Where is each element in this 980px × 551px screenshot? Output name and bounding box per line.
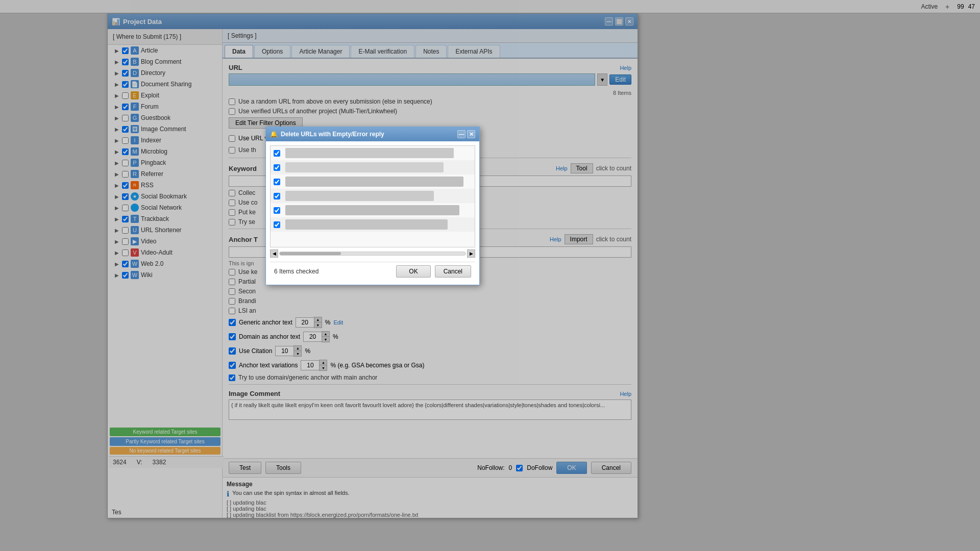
- dialog-content: ◀ ▶ 6 Items checked OK Cancel: [266, 141, 479, 285]
- dialog-list-item[interactable]: [271, 174, 475, 189]
- dialog-close-button[interactable]: ✕: [467, 130, 475, 138]
- dialog-list-item[interactable]: [271, 189, 475, 203]
- dialog-list-item[interactable]: [271, 146, 475, 160]
- dialog-titlebar-left: 🔔 Delete URLs with Empty/Error reply: [270, 131, 384, 138]
- dialog-cancel-button[interactable]: Cancel: [435, 265, 471, 278]
- item4-content: [285, 191, 434, 201]
- delete-urls-dialog: 🔔 Delete URLs with Empty/Error reply — ✕: [265, 127, 480, 285]
- item6-content: [285, 219, 448, 230]
- dialog-ok-button[interactable]: OK: [396, 265, 430, 278]
- dialog-footer: 6 Items checked OK Cancel: [270, 262, 475, 281]
- dialog-scrollbar[interactable]: ◀ ▶: [270, 249, 475, 258]
- dialog-controls: — ✕: [457, 130, 475, 138]
- item4-checkbox[interactable]: [274, 193, 280, 199]
- dialog-footer-buttons: OK Cancel: [396, 265, 471, 278]
- item5-content: [285, 205, 459, 215]
- dialog-list-item[interactable]: [271, 217, 475, 232]
- dialog-overlay: 🔔 Delete URLs with Empty/Error reply — ✕: [0, 0, 980, 551]
- item3-checkbox[interactable]: [274, 179, 280, 185]
- dialog-list-item[interactable]: [271, 160, 475, 174]
- dialog-icon: 🔔: [270, 131, 278, 138]
- item3-content: [285, 177, 463, 187]
- scroll-right-button[interactable]: ▶: [467, 249, 475, 258]
- dialog-title: Delete URLs with Empty/Error reply: [281, 131, 384, 138]
- item1-checkbox[interactable]: [274, 150, 280, 157]
- item6-checkbox[interactable]: [274, 221, 280, 228]
- scroll-left-button[interactable]: ◀: [270, 249, 278, 258]
- item5-checkbox[interactable]: [274, 207, 280, 214]
- item2-checkbox[interactable]: [274, 164, 280, 171]
- dialog-checked-count: 6 Items checked: [274, 268, 318, 275]
- dialog-minimize-button[interactable]: —: [457, 130, 465, 138]
- scroll-thumb[interactable]: [280, 252, 341, 255]
- item2-content: [285, 162, 444, 172]
- scroll-track: [279, 252, 466, 256]
- dialog-titlebar: 🔔 Delete URLs with Empty/Error reply — ✕: [266, 127, 479, 141]
- dialog-list-item[interactable]: [271, 203, 475, 217]
- dialog-list: [270, 145, 475, 247]
- item1-content: [285, 148, 454, 158]
